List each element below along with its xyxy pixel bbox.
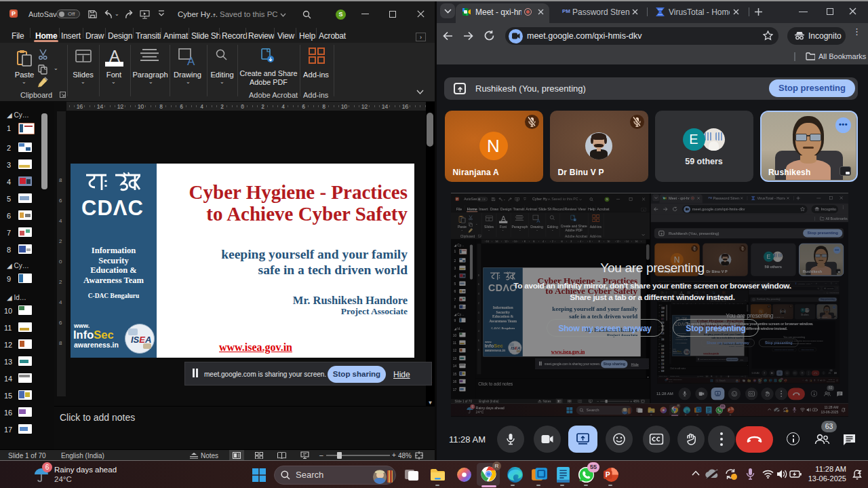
svg-text:P: P	[606, 471, 610, 478]
svg-text:A: A	[187, 55, 195, 66]
